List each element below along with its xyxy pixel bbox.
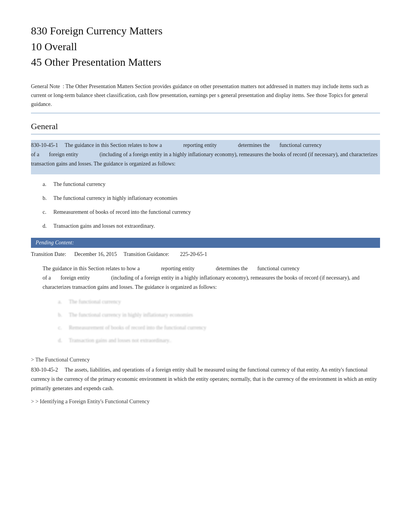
ind-text-determines: determines the xyxy=(216,266,248,271)
list-item-b: b. The functional currency in highly inf… xyxy=(43,194,380,203)
para-text-of-a: of a xyxy=(31,152,39,157)
nav-identifying-text: > > Identifying a Foreign Entity's Funct… xyxy=(31,399,149,404)
list-label-b: b. xyxy=(43,194,53,203)
general-note: General Note : The Other Presentation Ma… xyxy=(31,82,380,114)
ind-text-rest: (including of a foreign entity in a high… xyxy=(43,275,360,290)
para-id-2: 830-10-45-2 xyxy=(31,367,58,373)
title-line-1: 830 Foreign Currency Matters xyxy=(31,23,380,39)
transition-guidance-label: Transition Guidance: xyxy=(123,251,169,257)
list-text-a: The functional currency xyxy=(53,180,106,189)
nav-functional-currency[interactable]: > The Functional Currency xyxy=(31,357,380,363)
para-id-1: 830-10-45-1 xyxy=(31,142,58,148)
title-line-3: 45 Other Presentation Matters xyxy=(31,55,380,70)
para-text-before: The guidance in this Section relates to … xyxy=(65,142,162,148)
transition-guidance-value: 225-20-65-1 xyxy=(180,251,207,257)
blurred-label-b: b. xyxy=(58,310,69,320)
blurred-item-d: d. Transaction gains and losses not extr… xyxy=(58,336,380,345)
transition-line: Transition Date: December 16, 2015 Trans… xyxy=(31,250,380,259)
blurred-text-d: Transaction gains and losses not extraor… xyxy=(69,336,170,345)
list-item-c: c. Remeasurement of books of record into… xyxy=(43,208,380,217)
indented-pending-block: The guidance in this Section relates to … xyxy=(43,263,380,352)
para-text-foreign-entity: foreign entity xyxy=(49,152,78,157)
ind-text-before: The guidance in this Section relates to … xyxy=(43,266,140,271)
transition-date-gap xyxy=(67,251,73,257)
blurred-item-a: a. The functional currency xyxy=(58,297,380,307)
para-830-10-45-1: 830-10-45-1 The guidance in this Section… xyxy=(31,141,380,168)
nav-identifying[interactable]: > > Identifying a Foreign Entity's Funct… xyxy=(31,399,380,405)
blurred-text-a: The functional currency xyxy=(69,297,121,307)
list-label-a: a. xyxy=(43,180,53,189)
para-text-rest: (including of a foreign entity in a high… xyxy=(31,152,378,167)
section-general-heading: General xyxy=(31,121,380,135)
pending-banner: Pending Content: xyxy=(31,238,380,248)
general-note-text: The Other Presentation Matters Section p… xyxy=(31,84,369,107)
list-item-a: a. The functional currency xyxy=(43,180,380,189)
general-note-label: General Note xyxy=(31,84,60,89)
ind-text-of-a: of a xyxy=(43,275,51,281)
list-text-b: The functional currency in highly inflat… xyxy=(53,194,177,203)
list-item-d: d. Transaction gains and losses not extr… xyxy=(43,222,380,231)
ind-text-foreign: foreign entity xyxy=(60,275,90,281)
list-label-c: c. xyxy=(43,208,53,217)
page-title: 830 Foreign Currency Matters 10 Overall … xyxy=(31,23,380,70)
indented-para: The guidance in this Section relates to … xyxy=(43,264,380,292)
blurred-item-b: b. The functional currency in highly inf… xyxy=(58,310,380,320)
blurred-label-c: c. xyxy=(58,323,69,332)
ind-text-reporting: reporting entity xyxy=(161,266,195,271)
blurred-item-c: c. Remeasurement of books of record into… xyxy=(58,323,380,332)
title-line-2: 10 Overall xyxy=(31,39,380,55)
blurred-label-d: d. xyxy=(58,336,69,345)
para-text-determines: determines the xyxy=(238,142,270,148)
ind-text-functional: functional currency xyxy=(257,266,300,271)
list-label-d: d. xyxy=(43,222,53,231)
blurred-list: a. The functional currency b. The functi… xyxy=(58,297,380,345)
blurred-period: . xyxy=(170,336,172,345)
main-list: a. The functional currency b. The functi… xyxy=(43,180,380,230)
para-text-2: The assets, liabilities, and operations … xyxy=(31,367,377,391)
transition-date-value: December 16, 2015 xyxy=(74,251,117,257)
para-830-10-45-1-row: 830-10-45-1 The guidance in this Section… xyxy=(31,140,380,174)
transition-date-label: Transition Date: xyxy=(31,251,66,257)
blurred-text-c: Remeasurement of books of record into th… xyxy=(69,323,206,332)
list-text-d: Transaction gains and losses not extraor… xyxy=(53,222,155,231)
para-text-reporting-entity: reporting entity xyxy=(183,142,217,148)
nav-functional-currency-text: > The Functional Currency xyxy=(31,357,90,363)
list-text-c: Remeasurement of books of record into th… xyxy=(53,208,191,217)
blurred-label-a: a. xyxy=(58,297,69,307)
blurred-text-b: The functional currency in highly inflat… xyxy=(69,310,193,320)
transition-guidance-gap2 xyxy=(171,251,179,257)
transition-guidance-gap xyxy=(118,251,122,257)
para-830-10-45-2: 830-10-45-2 The assets, liabilities, and… xyxy=(31,365,380,393)
para-text-functional: functional currency xyxy=(279,142,322,148)
